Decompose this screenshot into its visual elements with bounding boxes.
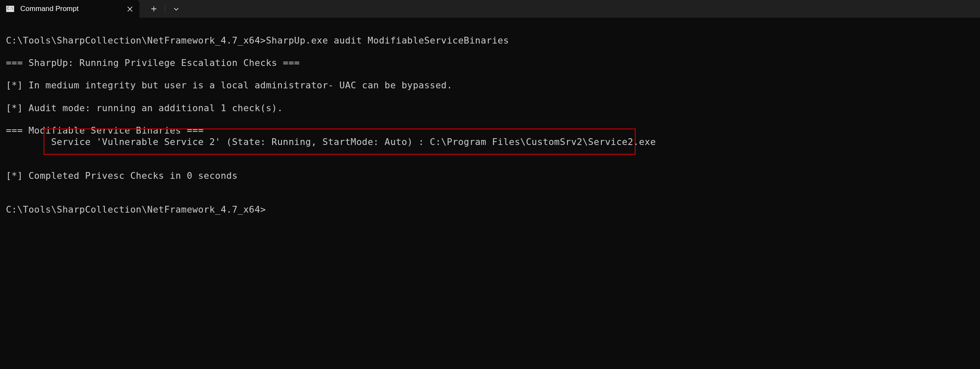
prompt-line: C:\Tools\SharpCollection\NetFramework_4.… — [6, 35, 509, 46]
tab-title: Command Prompt — [20, 5, 120, 13]
separator — [165, 4, 165, 14]
prompt-line-2: C:\Tools\SharpCollection\NetFramework_4.… — [6, 204, 266, 215]
output-integrity: [*] In medium integrity but user is a lo… — [6, 80, 453, 90]
output-completed: [*] Completed Privesc Checks in 0 second… — [6, 170, 237, 181]
close-tab-button[interactable] — [126, 5, 134, 13]
new-tab-button[interactable] — [144, 0, 164, 18]
titlebar: C:\ Command Prompt — [0, 0, 980, 18]
output-header: === SharpUp: Running Privilege Escalatio… — [6, 57, 300, 68]
output-section-header: === Modifiable Service Binaries === — [6, 125, 204, 136]
command-prompt-icon: C:\ — [6, 5, 14, 12]
terminal-output[interactable]: C:\Tools\SharpCollection\NetFramework_4.… — [0, 18, 980, 232]
tab-dropdown-button[interactable] — [166, 0, 186, 18]
output-service-result: Service 'Vulnerable Service 2' (State: R… — [6, 137, 656, 147]
output-audit-mode: [*] Audit mode: running an additional 1 … — [6, 103, 283, 113]
tab-command-prompt[interactable]: C:\ Command Prompt — [0, 0, 139, 18]
titlebar-buttons — [139, 0, 186, 18]
